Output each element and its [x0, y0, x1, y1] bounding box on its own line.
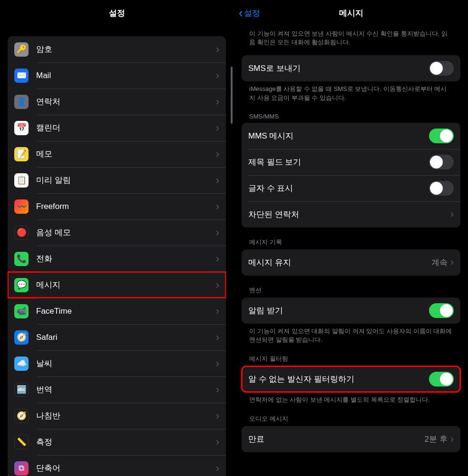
- settings-group: 🔑 암호 › ✉️ Mail › 👤 연락처 › 📅 캘린더 › 📝 메: [8, 36, 226, 476]
- row-send-as-sms[interactable]: SMS로 보내기: [242, 55, 460, 81]
- safari-icon: 🧭: [14, 330, 29, 345]
- label: FaceTime: [36, 307, 216, 316]
- chevron-right-icon: ›: [216, 69, 219, 82]
- back-button[interactable]: ‹ 설정: [239, 7, 260, 19]
- label: 측정: [36, 436, 216, 447]
- row-contacts[interactable]: 👤 연락처 ›: [8, 89, 226, 115]
- row-freeform[interactable]: 〰️ Freeform ›: [8, 193, 226, 219]
- char-count-toggle[interactable]: [429, 181, 454, 196]
- send-as-sms-toggle[interactable]: [429, 61, 454, 76]
- weather-icon: ☁️: [14, 357, 29, 371]
- chevron-right-icon: ›: [216, 331, 219, 344]
- row-measure[interactable]: 📏 측정 ›: [8, 429, 226, 455]
- mention-header: 멘션: [249, 286, 460, 295]
- contacts-icon: 👤: [14, 95, 29, 109]
- label: 차단된 연락처: [248, 209, 450, 220]
- chevron-right-icon: ›: [216, 174, 219, 187]
- row-mail[interactable]: ✉️ Mail ›: [8, 62, 226, 89]
- sms-footer: iMessage를 사용할 수 없을 때 SMS로 보냅니다. 이동통신사로부터…: [249, 85, 453, 102]
- label: 제목 필드 보기: [248, 157, 429, 168]
- row-reminders[interactable]: 📋 미리 알림 ›: [8, 167, 226, 193]
- notes-icon: 📝: [14, 147, 29, 161]
- label: MMS 메시지: [248, 130, 429, 141]
- chevron-right-icon: ›: [216, 96, 219, 108]
- history-group: 메시지 유지 계속 ›: [242, 249, 460, 276]
- messages-icon: 💬: [14, 278, 29, 292]
- subject-field-toggle[interactable]: [429, 155, 454, 169]
- mms-toggle[interactable]: [429, 129, 454, 143]
- filter-header: 메시지 필터링: [249, 355, 460, 363]
- row-filter-unknown[interactable]: 알 수 없는 발신자 필터링하기: [242, 366, 460, 392]
- navbar: ‹ 설정 메시지: [234, 0, 468, 26]
- chevron-right-icon: ›: [450, 256, 454, 268]
- chevron-right-icon: ›: [216, 305, 219, 317]
- sms-group: SMS로 보내기: [242, 55, 460, 81]
- chevron-right-icon: ›: [216, 279, 219, 291]
- row-safari[interactable]: 🧭 Safari ›: [8, 324, 226, 350]
- label: 캘린더: [36, 122, 216, 133]
- row-calendar[interactable]: 📅 캘린더 ›: [8, 115, 226, 141]
- filter-group: 알 수 없는 발신자 필터링하기: [242, 366, 460, 392]
- page-title: 메시지: [339, 8, 363, 19]
- label: 나침반: [36, 410, 216, 421]
- chevron-right-icon: ›: [450, 208, 454, 220]
- row-messages[interactable]: 💬 메시지 ›: [8, 272, 226, 298]
- value: 2분 후: [424, 434, 447, 445]
- label: Safari: [36, 333, 216, 342]
- mail-icon: ✉️: [14, 69, 29, 83]
- row-notify-me[interactable]: 알림 받기: [242, 298, 460, 324]
- chevron-right-icon: ›: [216, 43, 219, 56]
- label: 단축어: [36, 463, 216, 474]
- label: 날씨: [36, 358, 216, 369]
- row-subject-field[interactable]: 제목 필드 보기: [242, 149, 460, 175]
- page-title: 설정: [109, 8, 125, 19]
- filter-footer: 연락처에 없는 사람이 보낸 메시지를 별도의 목록으로 정렬합니다.: [249, 396, 453, 404]
- row-passwords[interactable]: 🔑 암호 ›: [8, 36, 226, 62]
- notify-me-toggle[interactable]: [429, 303, 454, 318]
- chevron-right-icon: ›: [216, 384, 219, 396]
- row-phone[interactable]: 📞 전화 ›: [8, 246, 226, 272]
- row-shortcuts[interactable]: ⧉ 단축어 ›: [8, 455, 226, 476]
- row-char-count[interactable]: 글자 수 표시: [242, 175, 460, 201]
- filter-unknown-toggle[interactable]: [429, 372, 454, 387]
- scrollbar[interactable]: [231, 67, 233, 124]
- smsmms-header: SMS/MMS: [249, 113, 460, 120]
- label: 연락처: [36, 96, 216, 107]
- row-expire[interactable]: 만료 2분 후 ›: [242, 426, 460, 452]
- translate-icon: 🔤: [14, 383, 29, 397]
- freeform-icon: 〰️: [14, 199, 29, 214]
- label: 번역: [36, 384, 216, 395]
- row-mms[interactable]: MMS 메시지: [242, 123, 460, 149]
- label: 메시지: [36, 279, 216, 290]
- label: 미리 알림: [36, 175, 216, 186]
- chevron-right-icon: ›: [216, 410, 219, 422]
- label: 글자 수 표시: [248, 183, 429, 194]
- phone-icon: 📞: [14, 252, 29, 266]
- chevron-right-icon: ›: [216, 357, 219, 370]
- row-blocked-contacts[interactable]: 차단된 연락처 ›: [242, 201, 460, 228]
- settings-list-container: 🔑 암호 › ✉️ Mail › 👤 연락처 › 📅 캘린더 › 📝 메: [0, 36, 234, 476]
- label: SMS로 보내기: [248, 63, 429, 74]
- row-facetime[interactable]: 📹 FaceTime ›: [8, 298, 226, 324]
- label: 만료: [248, 434, 424, 445]
- row-weather[interactable]: ☁️ 날씨 ›: [8, 350, 226, 377]
- row-translate[interactable]: 🔤 번역 ›: [8, 377, 226, 403]
- chevron-right-icon: ›: [216, 200, 219, 213]
- label: 암호: [36, 44, 216, 55]
- label: Mail: [36, 71, 216, 80]
- chevron-right-icon: ›: [216, 462, 219, 475]
- messages-scroll: 이 기능이 켜져 있으면 보낸 사람이 메시지 수신 확인을 통지받습니다. 읽…: [234, 30, 468, 452]
- notify-footer: 이 기능이 켜져 있으면 대화의 알림이 꺼져 있어도 사용자의 이름이 대화에…: [249, 327, 453, 344]
- row-compass[interactable]: 🧭 나침반 ›: [8, 403, 226, 429]
- row-voicememos[interactable]: 🔴 음성 메모 ›: [8, 219, 226, 246]
- voice-memo-icon: 🔴: [14, 226, 29, 240]
- row-keep-messages[interactable]: 메시지 유지 계속 ›: [242, 249, 460, 276]
- chevron-right-icon: ›: [216, 253, 219, 265]
- mention-group: 알림 받기: [242, 298, 460, 324]
- label: 메모: [36, 149, 216, 159]
- history-header: 메시지 기록: [249, 238, 460, 247]
- read-receipt-footer: 이 기능이 켜져 있으면 보낸 사람이 메시지 수신 확인을 통지받습니다. 읽…: [249, 30, 453, 47]
- row-notes[interactable]: 📝 메모 ›: [8, 141, 226, 167]
- measure-icon: 📏: [14, 435, 29, 449]
- settings-pane: 설정 🔑 암호 › ✉️ Mail › 👤 연락처 › 📅 캘린더 ›: [0, 0, 234, 476]
